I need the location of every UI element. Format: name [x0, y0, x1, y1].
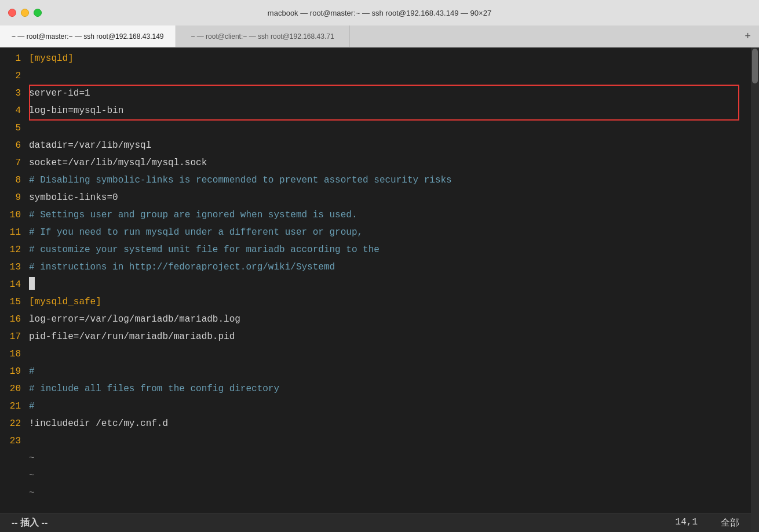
line-content: # Settings user and group are ignored wh… — [29, 206, 357, 224]
line-number: 10 — [0, 206, 29, 224]
scroll-info: 全部 — [721, 517, 739, 529]
line-number: 20 — [0, 380, 29, 398]
line-number: 17 — [0, 328, 29, 345]
code-line: 2 — [0, 67, 751, 85]
code-line: 16log-error=/var/log/mariadb/mariadb.log — [0, 311, 751, 328]
code-line: 4log-bin=mysql-bin — [0, 102, 751, 119]
line-content: [mysqld] — [29, 50, 74, 67]
line-number: 2 — [0, 67, 29, 85]
main-content: 1[mysqld]23server-id=14log-bin=mysql-bin… — [0, 48, 759, 532]
scrollbar-thumb[interactable] — [752, 49, 758, 83]
code-line: 14 — [0, 276, 751, 293]
code-line: 15[mysqld_safe] — [0, 293, 751, 311]
code-line: 7socket=/var/lib/mysql/mysql.sock — [0, 154, 751, 172]
status-bar: -- 插入 -- 14,1 全部 — [0, 513, 751, 532]
line-content: # — [29, 398, 35, 415]
line-content: socket=/var/lib/mysql/mysql.sock — [29, 154, 207, 172]
tilde-line: ~ — [0, 467, 751, 484]
editor: 1[mysqld]23server-id=14log-bin=mysql-bin… — [0, 48, 751, 532]
line-content — [29, 276, 35, 293]
line-content: # — [29, 363, 35, 380]
maximize-button[interactable] — [34, 9, 42, 17]
title-bar: macbook — root@master:~ — ssh root@192.1… — [0, 0, 759, 25]
code-line: 17pid-file=/var/run/mariadb/mariadb.pid — [0, 328, 751, 345]
code-line: 3server-id=1 — [0, 85, 751, 102]
tilde-line: ~ — [0, 484, 751, 502]
tilde-content: ~ — [29, 450, 35, 467]
code-line: 13# instructions in http://fedoraproject… — [0, 258, 751, 276]
code-line: 22!includedir /etc/my.cnf.d — [0, 415, 751, 432]
code-line: 21# — [0, 398, 751, 415]
line-number: 3 — [0, 85, 29, 102]
code-line: 18 — [0, 345, 751, 363]
line-number: 9 — [0, 189, 29, 206]
code-line: 12# customize your systemd unit file for… — [0, 241, 751, 258]
line-content: # Disabling symbolic-links is recommende… — [29, 172, 452, 189]
line-number: 15 — [0, 293, 29, 311]
tilde-content: ~ — [29, 484, 35, 502]
new-tab-button[interactable]: + — [736, 25, 759, 47]
line-content: pid-file=/var/run/mariadb/mariadb.pid — [29, 328, 235, 345]
line-number: 7 — [0, 154, 29, 172]
code-line: 11# If you need to run mysqld under a di… — [0, 224, 751, 241]
line-number: 5 — [0, 119, 29, 137]
code-line: 5 — [0, 119, 751, 137]
line-content: # include all files from the config dire… — [29, 380, 279, 398]
code-area[interactable]: 1[mysqld]23server-id=14log-bin=mysql-bin… — [0, 48, 751, 513]
insert-mode: -- 插入 -- — [12, 517, 48, 529]
line-content: # customize your systemd unit file for m… — [29, 241, 380, 258]
window-title: macbook — root@master:~ — ssh root@192.1… — [268, 9, 491, 17]
traffic-lights — [8, 9, 42, 17]
line-content: [mysqld_safe] — [29, 293, 101, 311]
line-content: # instructions in http://fedoraproject.o… — [29, 258, 335, 276]
tilde-content: ~ — [29, 467, 35, 484]
line-content: # If you need to run mysqld under a diff… — [29, 224, 363, 241]
line-number: 23 — [0, 432, 29, 450]
line-content: !includedir /etc/my.cnf.d — [29, 415, 168, 432]
code-line: 1[mysqld] — [0, 50, 751, 67]
tab-master[interactable]: ~ — root@master:~ — ssh root@192.168.43.… — [0, 25, 176, 47]
line-number: 11 — [0, 224, 29, 241]
line-number: 8 — [0, 172, 29, 189]
line-content: log-error=/var/log/mariadb/mariadb.log — [29, 311, 240, 328]
line-number: 16 — [0, 311, 29, 328]
code-line: 6datadir=/var/lib/mysql — [0, 137, 751, 154]
line-number: 22 — [0, 415, 29, 432]
close-button[interactable] — [8, 9, 16, 17]
cursor-position: 14,1 — [676, 517, 698, 529]
line-content: server-id=1 — [29, 85, 90, 102]
code-line: 23 — [0, 432, 751, 450]
code-line: 10# Settings user and group are ignored … — [0, 206, 751, 224]
line-number: 18 — [0, 345, 29, 363]
tilde-line: ~ — [0, 450, 751, 467]
code-line: 9symbolic-links=0 — [0, 189, 751, 206]
scrollbar[interactable] — [751, 48, 759, 532]
line-number: 6 — [0, 137, 29, 154]
status-right: 14,1 全部 — [676, 517, 739, 529]
line-number: 19 — [0, 363, 29, 380]
code-line: 8# Disabling symbolic-links is recommend… — [0, 172, 751, 189]
line-number: 21 — [0, 398, 29, 415]
tab-bar: ~ — root@master:~ — ssh root@192.168.43.… — [0, 25, 759, 48]
code-line: 20# include all files from the config di… — [0, 380, 751, 398]
tab-client[interactable]: ~ — root@client:~ — ssh root@192.168.43.… — [176, 25, 350, 47]
line-number: 4 — [0, 102, 29, 119]
code-line: 19# — [0, 363, 751, 380]
line-number: 14 — [0, 276, 29, 293]
line-number: 1 — [0, 50, 29, 67]
line-content: log-bin=mysql-bin — [29, 102, 123, 119]
line-number: 12 — [0, 241, 29, 258]
minimize-button[interactable] — [21, 9, 29, 17]
cursor — [29, 277, 35, 290]
line-content: symbolic-links=0 — [29, 189, 118, 206]
line-number: 13 — [0, 258, 29, 276]
line-content: datadir=/var/lib/mysql — [29, 137, 151, 154]
